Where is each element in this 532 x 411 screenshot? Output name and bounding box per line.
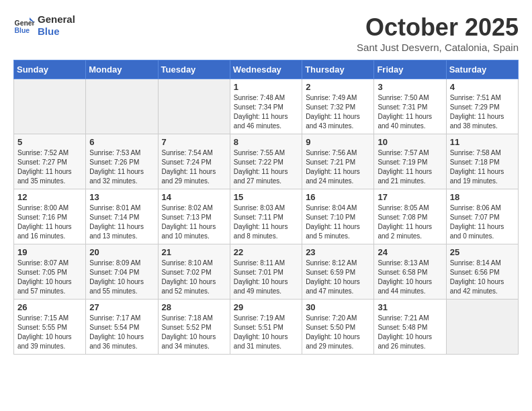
calendar-cell: 16Sunrise: 8:04 AM Sunset: 7:10 PM Dayli… [302, 189, 374, 244]
calendar-cell: 15Sunrise: 8:03 AM Sunset: 7:11 PM Dayli… [230, 189, 302, 244]
calendar-cell [86, 79, 158, 134]
calendar-cell: 18Sunrise: 8:06 AM Sunset: 7:07 PM Dayli… [446, 189, 518, 244]
calendar-cell: 11Sunrise: 7:58 AM Sunset: 7:18 PM Dayli… [446, 134, 518, 189]
weekday-header: Saturday [446, 60, 518, 79]
title-area: October 2025 Sant Just Desvern, Cataloni… [357, 13, 519, 53]
day-info: Sunrise: 8:12 AM Sunset: 6:59 PM Dayligh… [306, 259, 370, 296]
day-info: Sunrise: 7:15 AM Sunset: 5:55 PM Dayligh… [17, 314, 82, 351]
day-number: 4 [450, 82, 515, 92]
day-info: Sunrise: 7:58 AM Sunset: 7:18 PM Dayligh… [450, 148, 515, 186]
day-number: 22 [234, 247, 298, 257]
day-info: Sunrise: 7:21 AM Sunset: 5:48 PM Dayligh… [378, 314, 442, 351]
day-number: 23 [306, 247, 370, 257]
calendar-header-row: SundayMondayTuesdayWednesdayThursdayFrid… [14, 60, 519, 79]
day-number: 28 [162, 302, 226, 312]
day-number: 29 [234, 302, 298, 312]
calendar-cell: 9Sunrise: 7:56 AM Sunset: 7:21 PM Daylig… [302, 134, 374, 189]
location-subtitle: Sant Just Desvern, Catalonia, Spain [357, 42, 519, 53]
day-number: 14 [162, 192, 226, 202]
day-info: Sunrise: 7:55 AM Sunset: 7:22 PM Dayligh… [234, 148, 298, 186]
day-number: 15 [234, 192, 298, 202]
day-number: 31 [378, 302, 442, 312]
day-number: 1 [234, 82, 298, 92]
day-info: Sunrise: 7:49 AM Sunset: 7:32 PM Dayligh… [306, 93, 370, 131]
day-info: Sunrise: 8:05 AM Sunset: 7:08 PM Dayligh… [378, 203, 442, 241]
day-number: 20 [89, 247, 154, 257]
day-number: 12 [17, 192, 82, 202]
calendar-cell: 22Sunrise: 8:11 AM Sunset: 7:01 PM Dayli… [230, 244, 302, 300]
day-info: Sunrise: 7:48 AM Sunset: 7:34 PM Dayligh… [234, 93, 298, 131]
calendar-cell [14, 79, 86, 134]
day-number: 16 [306, 192, 370, 202]
day-number: 17 [378, 192, 442, 202]
day-info: Sunrise: 8:10 AM Sunset: 7:02 PM Dayligh… [162, 259, 226, 296]
calendar-cell: 8Sunrise: 7:55 AM Sunset: 7:22 PM Daylig… [230, 134, 302, 189]
day-info: Sunrise: 8:02 AM Sunset: 7:13 PM Dayligh… [162, 203, 226, 241]
weekday-header: Sunday [14, 60, 86, 79]
calendar-cell: 27Sunrise: 7:17 AM Sunset: 5:54 PM Dayli… [86, 300, 158, 355]
calendar-cell: 6Sunrise: 7:53 AM Sunset: 7:26 PM Daylig… [86, 134, 158, 189]
day-info: Sunrise: 8:09 AM Sunset: 7:04 PM Dayligh… [89, 259, 154, 296]
day-info: Sunrise: 7:18 AM Sunset: 5:52 PM Dayligh… [162, 314, 226, 351]
weekday-header: Monday [86, 60, 158, 79]
calendar-week-row: 26Sunrise: 7:15 AM Sunset: 5:55 PM Dayli… [14, 300, 519, 355]
day-number: 10 [378, 137, 442, 147]
day-number: 18 [450, 192, 515, 202]
day-info: Sunrise: 7:52 AM Sunset: 7:27 PM Dayligh… [17, 148, 82, 186]
day-info: Sunrise: 8:04 AM Sunset: 7:10 PM Dayligh… [306, 203, 370, 241]
day-number: 21 [162, 247, 226, 257]
calendar-table: SundayMondayTuesdayWednesdayThursdayFrid… [13, 60, 519, 355]
calendar-week-row: 5Sunrise: 7:52 AM Sunset: 7:27 PM Daylig… [14, 134, 519, 189]
calendar-cell: 21Sunrise: 8:10 AM Sunset: 7:02 PM Dayli… [158, 244, 230, 300]
calendar-cell: 23Sunrise: 8:12 AM Sunset: 6:59 PM Dayli… [302, 244, 374, 300]
day-number: 5 [17, 137, 82, 147]
logo-blue: Blue [38, 26, 75, 38]
day-info: Sunrise: 8:01 AM Sunset: 7:14 PM Dayligh… [89, 203, 154, 241]
calendar-cell: 29Sunrise: 7:19 AM Sunset: 5:51 PM Dayli… [230, 300, 302, 355]
calendar-cell: 1Sunrise: 7:48 AM Sunset: 7:34 PM Daylig… [230, 79, 302, 134]
calendar-cell: 14Sunrise: 8:02 AM Sunset: 7:13 PM Dayli… [158, 189, 230, 244]
day-number: 13 [89, 192, 154, 202]
calendar-cell: 3Sunrise: 7:50 AM Sunset: 7:31 PM Daylig… [374, 79, 446, 134]
day-number: 27 [89, 302, 154, 312]
day-info: Sunrise: 8:11 AM Sunset: 7:01 PM Dayligh… [234, 259, 298, 296]
logo-icon: General Blue [13, 15, 35, 36]
header: General Blue General Blue October 2025 S… [13, 13, 519, 53]
day-info: Sunrise: 7:50 AM Sunset: 7:31 PM Dayligh… [378, 93, 442, 131]
weekday-header: Wednesday [230, 60, 302, 79]
day-info: Sunrise: 7:17 AM Sunset: 5:54 PM Dayligh… [89, 314, 154, 351]
day-number: 9 [306, 137, 370, 147]
calendar-cell: 30Sunrise: 7:20 AM Sunset: 5:50 PM Dayli… [302, 300, 374, 355]
calendar-cell: 24Sunrise: 8:13 AM Sunset: 6:58 PM Dayli… [374, 244, 446, 300]
day-info: Sunrise: 7:20 AM Sunset: 5:50 PM Dayligh… [306, 314, 370, 351]
calendar-cell: 12Sunrise: 8:00 AM Sunset: 7:16 PM Dayli… [14, 189, 86, 244]
day-info: Sunrise: 7:51 AM Sunset: 7:29 PM Dayligh… [450, 93, 515, 131]
weekday-header: Tuesday [158, 60, 230, 79]
weekday-header: Thursday [302, 60, 374, 79]
day-info: Sunrise: 7:19 AM Sunset: 5:51 PM Dayligh… [234, 314, 298, 351]
calendar-cell: 17Sunrise: 8:05 AM Sunset: 7:08 PM Dayli… [374, 189, 446, 244]
day-number: 24 [378, 247, 442, 257]
month-title: October 2025 [357, 13, 519, 42]
calendar-cell: 28Sunrise: 7:18 AM Sunset: 5:52 PM Dayli… [158, 300, 230, 355]
calendar-week-row: 12Sunrise: 8:00 AM Sunset: 7:16 PM Dayli… [14, 189, 519, 244]
calendar-cell: 4Sunrise: 7:51 AM Sunset: 7:29 PM Daylig… [446, 79, 518, 134]
day-info: Sunrise: 7:54 AM Sunset: 7:24 PM Dayligh… [162, 148, 226, 186]
day-number: 30 [306, 302, 370, 312]
day-info: Sunrise: 8:14 AM Sunset: 6:56 PM Dayligh… [450, 259, 515, 296]
day-number: 2 [306, 82, 370, 92]
day-number: 8 [234, 137, 298, 147]
calendar-cell: 13Sunrise: 8:01 AM Sunset: 7:14 PM Dayli… [86, 189, 158, 244]
day-number: 7 [162, 137, 226, 147]
calendar-cell: 19Sunrise: 8:07 AM Sunset: 7:05 PM Dayli… [14, 244, 86, 300]
day-info: Sunrise: 8:06 AM Sunset: 7:07 PM Dayligh… [450, 203, 515, 241]
calendar-cell: 20Sunrise: 8:09 AM Sunset: 7:04 PM Dayli… [86, 244, 158, 300]
calendar-cell [446, 300, 518, 355]
day-info: Sunrise: 7:53 AM Sunset: 7:26 PM Dayligh… [89, 148, 154, 186]
calendar-cell: 26Sunrise: 7:15 AM Sunset: 5:55 PM Dayli… [14, 300, 86, 355]
day-number: 11 [450, 137, 515, 147]
day-info: Sunrise: 7:56 AM Sunset: 7:21 PM Dayligh… [306, 148, 370, 186]
calendar-week-row: 19Sunrise: 8:07 AM Sunset: 7:05 PM Dayli… [14, 244, 519, 300]
calendar-cell: 2Sunrise: 7:49 AM Sunset: 7:32 PM Daylig… [302, 79, 374, 134]
calendar-cell: 5Sunrise: 7:52 AM Sunset: 7:27 PM Daylig… [14, 134, 86, 189]
